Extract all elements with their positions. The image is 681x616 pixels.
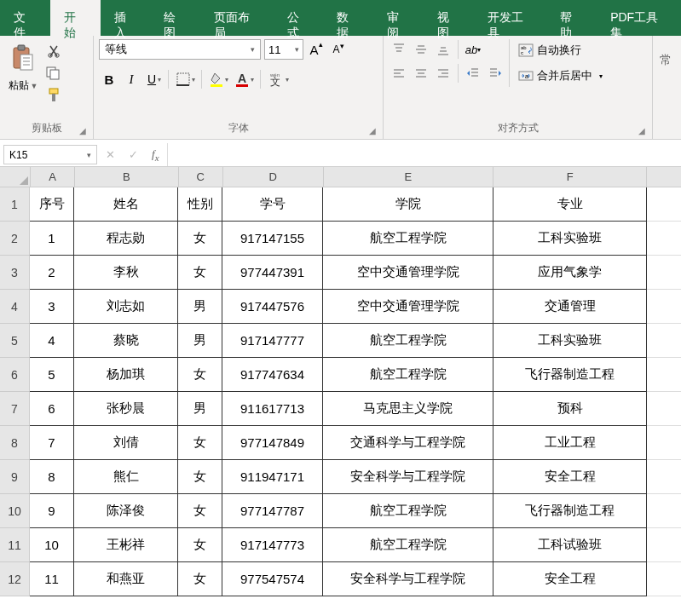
align-middle-icon[interactable] xyxy=(411,39,431,60)
cell[interactable]: 航空工程学院 xyxy=(323,528,493,562)
cell[interactable]: 安全工程 xyxy=(493,562,647,596)
cell[interactable]: 飞行器制造工程 xyxy=(493,494,647,528)
font-name-select[interactable]: 等线▾ xyxy=(99,39,261,60)
align-top-icon[interactable] xyxy=(389,39,409,60)
format-painter-icon[interactable] xyxy=(44,87,63,104)
decrease-font-icon[interactable]: A▾ xyxy=(329,39,348,60)
col-header-A[interactable]: A xyxy=(31,167,75,187)
cell[interactable]: 工科实验班 xyxy=(493,324,647,358)
cell[interactable]: 977447391 xyxy=(222,256,323,290)
tab-pdf[interactable]: PDF工具集 xyxy=(597,0,681,36)
row-header[interactable]: 8 xyxy=(0,426,30,460)
cell[interactable]: 977147787 xyxy=(222,494,323,528)
cell[interactable]: 专业 xyxy=(493,187,647,222)
increase-indent-icon[interactable] xyxy=(485,63,505,83)
row-header[interactable]: 3 xyxy=(0,256,30,290)
tab-view[interactable]: 视图 xyxy=(424,0,474,36)
underline-button[interactable]: U▾ xyxy=(143,68,164,90)
name-box[interactable]: K15▾ xyxy=(3,145,97,164)
tab-help[interactable]: 帮助 xyxy=(546,0,597,36)
cell[interactable]: 刘志如 xyxy=(74,290,178,324)
cell[interactable]: 飞行器制造工程 xyxy=(493,358,647,392)
cell[interactable]: 航空工程学院 xyxy=(323,494,493,528)
bold-button[interactable]: B xyxy=(99,68,119,90)
col-header-E[interactable]: E xyxy=(324,167,494,187)
cell[interactable]: 3 xyxy=(30,290,74,324)
fill-color-button[interactable]: ▾ xyxy=(206,68,230,90)
cell[interactable]: 男 xyxy=(178,290,222,324)
cell[interactable]: 工业工程 xyxy=(493,426,647,460)
cell[interactable]: 姓名 xyxy=(74,187,178,222)
cell[interactable]: 6 xyxy=(30,392,74,426)
cell[interactable]: 预科 xyxy=(493,392,647,426)
dialog-launcher-icon[interactable]: ◢ xyxy=(369,126,376,135)
row-header[interactable]: 5 xyxy=(0,324,30,358)
cell[interactable]: 交通管理 xyxy=(493,290,647,324)
cell[interactable]: 1 xyxy=(30,222,74,256)
cell[interactable]: 安全科学与工程学院 xyxy=(323,460,493,494)
align-right-icon[interactable] xyxy=(433,63,453,83)
cell[interactable]: 4 xyxy=(30,324,74,358)
cell[interactable]: 和燕亚 xyxy=(74,562,178,596)
cell[interactable]: 7 xyxy=(30,426,74,460)
cell[interactable]: 917147773 xyxy=(222,528,323,562)
align-left-icon[interactable] xyxy=(389,63,409,83)
cell[interactable]: 学院 xyxy=(323,187,493,222)
enter-icon[interactable]: ✓ xyxy=(129,148,138,161)
cell[interactable]: 911617713 xyxy=(222,392,323,426)
cell[interactable]: 空中交通管理学院 xyxy=(323,256,493,290)
row-header[interactable]: 6 xyxy=(0,358,30,392)
cell[interactable]: 应用气象学 xyxy=(493,256,647,290)
tab-review[interactable]: 审阅 xyxy=(373,0,424,36)
formula-input[interactable] xyxy=(167,143,681,166)
paste-button[interactable] xyxy=(5,39,41,77)
col-header-C[interactable]: C xyxy=(179,167,223,187)
tab-file[interactable]: 文件 xyxy=(0,0,50,36)
decrease-indent-icon[interactable] xyxy=(463,63,483,83)
row-header[interactable]: 12 xyxy=(0,562,30,596)
cell[interactable]: 977147849 xyxy=(222,426,323,460)
cell[interactable]: 女 xyxy=(178,256,222,290)
italic-button[interactable]: I xyxy=(121,68,141,90)
cell[interactable]: 杨加琪 xyxy=(74,358,178,392)
cell[interactable]: 航空工程学院 xyxy=(323,324,493,358)
tab-home[interactable]: 开始 xyxy=(50,0,101,36)
cell[interactable]: 男 xyxy=(178,324,222,358)
cell[interactable]: 序号 xyxy=(30,187,74,222)
cut-icon[interactable] xyxy=(44,43,63,60)
row-header[interactable]: 10 xyxy=(0,494,30,528)
font-size-select[interactable]: 11▾ xyxy=(264,39,303,60)
cell[interactable]: 航空工程学院 xyxy=(323,222,493,256)
cell[interactable]: 917447576 xyxy=(222,290,323,324)
col-header-F[interactable]: F xyxy=(493,167,647,187)
cell[interactable]: 917147155 xyxy=(222,222,323,256)
merge-center-button[interactable]: a 合并后居中▾ xyxy=(513,65,608,87)
cell[interactable]: 女 xyxy=(178,494,222,528)
cell[interactable]: 张秒晨 xyxy=(74,392,178,426)
wrap-text-button[interactable]: abc 自动换行 xyxy=(513,39,608,61)
paste-dropdown[interactable]: 粘贴▼ xyxy=(9,78,38,93)
cell[interactable]: 工科实验班 xyxy=(493,222,647,256)
phonetic-button[interactable]: wén文▾ xyxy=(265,68,291,90)
cell[interactable]: 女 xyxy=(178,358,222,392)
orientation-button[interactable]: ab▾ xyxy=(463,39,483,60)
cell[interactable]: 李秋 xyxy=(74,256,178,290)
cell[interactable]: 航空工程学院 xyxy=(323,358,493,392)
cell[interactable]: 安全工程 xyxy=(493,460,647,494)
cell[interactable]: 马克思主义学院 xyxy=(323,392,493,426)
cell[interactable]: 陈泽俊 xyxy=(74,494,178,528)
col-header-B[interactable]: B xyxy=(75,167,179,187)
increase-font-icon[interactable]: A▴ xyxy=(307,39,326,60)
cell[interactable]: 8 xyxy=(30,460,74,494)
row-header[interactable]: 9 xyxy=(0,460,30,494)
cell[interactable]: 917147777 xyxy=(222,324,323,358)
cell[interactable]: 9 xyxy=(30,494,74,528)
cell[interactable]: 女 xyxy=(178,460,222,494)
dialog-launcher-icon[interactable]: ◢ xyxy=(638,126,645,135)
cell[interactable]: 学号 xyxy=(222,187,323,222)
cancel-icon[interactable]: ✕ xyxy=(106,148,115,161)
cell[interactable]: 工科试验班 xyxy=(493,528,647,562)
font-color-button[interactable]: A▾ xyxy=(232,68,256,90)
cell[interactable]: 女 xyxy=(178,426,222,460)
row-header[interactable]: 11 xyxy=(0,528,30,562)
